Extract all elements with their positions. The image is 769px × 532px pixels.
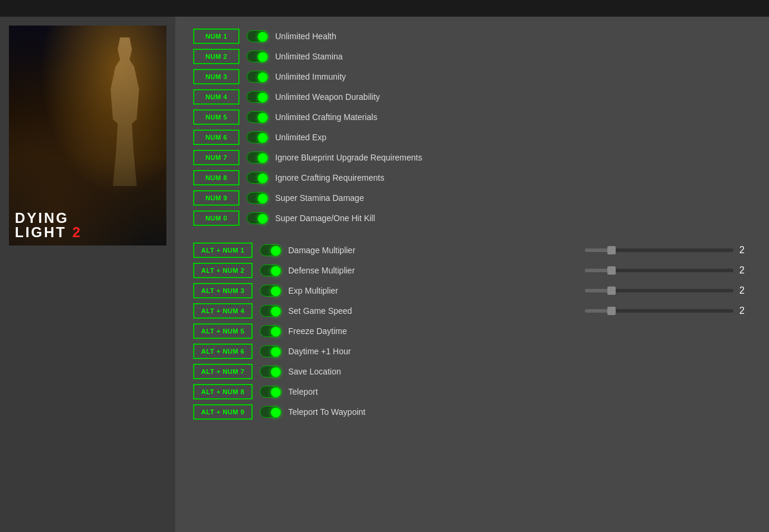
key-badge-num5[interactable]: NUM 5 <box>193 109 239 125</box>
toggle-switch-num9[interactable] <box>247 192 268 204</box>
cheat-label-alt6: Daytime +1 Hour <box>288 347 751 356</box>
cheat-label-alt8: Teleport <box>288 387 751 396</box>
cheat-row-alt-5: ALT + NUM 5 Freeze Daytime <box>193 323 751 339</box>
cheat-row-alt-3: ALT + NUM 3 Exp Multiplier 2 <box>193 283 751 298</box>
toggle-switch-num5[interactable] <box>247 111 268 123</box>
slider-container-alt1: 2 <box>585 245 751 256</box>
key-badge-num3[interactable]: NUM 3 <box>193 69 239 84</box>
cheat-row-basic-1: NUM 1 Unlimited Health <box>193 29 751 44</box>
key-badge-alt7[interactable]: ALT + NUM 7 <box>193 364 253 379</box>
slider-container-alt4: 2 <box>585 306 751 316</box>
slider-track-alt4[interactable] <box>585 309 733 313</box>
toggle-switch-num10[interactable] <box>247 212 268 224</box>
toggle-switch-num1[interactable] <box>247 30 268 42</box>
key-badge-num7[interactable]: NUM 7 <box>193 150 239 165</box>
toggle-switch-num3[interactable] <box>247 71 268 83</box>
cheat-label-num2: Unlimited Stamina <box>275 52 751 61</box>
cheat-label-alt3: Exp Multiplier <box>288 286 580 295</box>
right-panel: NUM 1 Unlimited Health NUM 2 Unlimited S… <box>175 17 769 532</box>
cheat-label-num9: Super Stamina Damage <box>275 193 751 203</box>
toggle-switch-alt8[interactable] <box>260 386 281 398</box>
toggle-switch-alt9[interactable] <box>260 406 281 418</box>
toggle-switch-alt5[interactable] <box>260 325 281 337</box>
cheat-row-alt-7: ALT + NUM 7 Save Location <box>193 364 751 379</box>
slider-track-alt3[interactable] <box>585 289 733 292</box>
slider-container-alt3: 2 <box>585 285 751 296</box>
cheat-row-alt-8: ALT + NUM 8 Teleport <box>193 384 751 399</box>
cheat-row-basic-6: NUM 6 Unlimited Exp <box>193 130 751 145</box>
toggle-switch-alt1[interactable] <box>260 244 281 256</box>
cheat-label-alt4: Set Game Speed <box>288 306 580 316</box>
toggle-switch-num2[interactable] <box>247 51 268 62</box>
key-badge-alt8[interactable]: ALT + NUM 8 <box>193 384 253 399</box>
toggle-switch-alt3[interactable] <box>260 285 281 297</box>
key-badge-alt5[interactable]: ALT + NUM 5 <box>193 323 253 339</box>
key-badge-alt2[interactable]: ALT + NUM 2 <box>193 263 253 278</box>
slider-value-alt1: 2 <box>739 245 751 256</box>
cheat-label-alt9: Teleport To Waypoint <box>288 407 751 417</box>
key-badge-num9[interactable]: NUM 9 <box>193 190 239 206</box>
left-panel: DYING LIGHT 2 <box>0 17 175 532</box>
cheat-row-basic-7: NUM 7 Ignore Blueprint Upgrade Requireme… <box>193 150 751 165</box>
cheat-label-alt1: Damage Multiplier <box>288 245 580 255</box>
toggle-switch-alt4[interactable] <box>260 305 281 317</box>
key-badge-alt6[interactable]: ALT + NUM 6 <box>193 344 253 359</box>
cheat-row-basic-9: NUM 9 Super Stamina Damage <box>193 190 751 206</box>
cheat-row-basic-8: NUM 8 Ignore Crafting Requirements <box>193 170 751 185</box>
toggle-switch-alt7[interactable] <box>260 366 281 377</box>
cheat-row-alt-2: ALT + NUM 2 Defense Multiplier 2 <box>193 263 751 278</box>
cheat-label-num8: Ignore Crafting Requirements <box>275 173 751 182</box>
cheat-label-num10: Super Damage/One Hit Kill <box>275 213 751 223</box>
cheat-label-num1: Unlimited Health <box>275 32 751 41</box>
cheat-row-alt-6: ALT + NUM 6 Daytime +1 Hour <box>193 344 751 359</box>
key-badge-num8[interactable]: NUM 8 <box>193 170 239 185</box>
key-badge-num10[interactable]: NUM 0 <box>193 210 239 226</box>
cheat-label-alt5: Freeze Daytime <box>288 326 751 336</box>
cheat-row-basic-3: NUM 3 Unlimited Immunity <box>193 69 751 84</box>
key-badge-alt1[interactable]: ALT + NUM 1 <box>193 243 253 258</box>
cheat-row-alt-9: ALT + NUM 9 Teleport To Waypoint <box>193 404 751 420</box>
trainer-label <box>0 245 175 260</box>
cheats-container: NUM 1 Unlimited Health NUM 2 Unlimited S… <box>193 29 751 420</box>
main-content: DYING LIGHT 2 NUM 1 Unlimited Health NUM… <box>0 17 769 532</box>
key-badge-num1[interactable]: NUM 1 <box>193 29 239 44</box>
slider-value-alt4: 2 <box>739 306 751 316</box>
slider-value-alt3: 2 <box>739 285 751 296</box>
cheat-label-num3: Unlimited Immunity <box>275 72 751 81</box>
cheat-row-basic-2: NUM 2 Unlimited Stamina <box>193 49 751 64</box>
toggle-switch-num7[interactable] <box>247 152 268 163</box>
slider-track-alt2[interactable] <box>585 269 733 272</box>
toggle-switch-num6[interactable] <box>247 131 268 143</box>
cheat-label-num4: Unlimited Weapon Durability <box>275 92 751 102</box>
cheat-label-num5: Unlimited Crafting Materials <box>275 112 751 122</box>
top-bar <box>0 0 769 17</box>
key-badge-alt3[interactable]: ALT + NUM 3 <box>193 283 253 298</box>
toggle-switch-num8[interactable] <box>247 172 268 184</box>
toggle-switch-num4[interactable] <box>247 91 268 103</box>
cheat-label-num6: Unlimited Exp <box>275 133 751 142</box>
cheat-row-basic-5: NUM 5 Unlimited Crafting Materials <box>193 109 751 125</box>
slider-value-alt2: 2 <box>739 265 751 276</box>
cheat-label-num7: Ignore Blueprint Upgrade Requirements <box>275 153 751 162</box>
key-badge-num2[interactable]: NUM 2 <box>193 49 239 64</box>
close-button[interactable] <box>750 1 764 15</box>
cheat-label-alt2: Defense Multiplier <box>288 266 580 275</box>
toggle-switch-alt2[interactable] <box>260 265 281 276</box>
key-badge-num4[interactable]: NUM 4 <box>193 89 239 105</box>
cheat-row-basic-10: NUM 0 Super Damage/One Hit Kill <box>193 210 751 226</box>
cheat-row-basic-4: NUM 4 Unlimited Weapon Durability <box>193 89 751 105</box>
toggle-switch-alt6[interactable] <box>260 345 281 357</box>
key-badge-num6[interactable]: NUM 6 <box>193 130 239 145</box>
slider-container-alt2: 2 <box>585 265 751 276</box>
cheat-label-alt7: Save Location <box>288 367 751 376</box>
slider-track-alt1[interactable] <box>585 248 733 252</box>
key-badge-alt9[interactable]: ALT + NUM 9 <box>193 404 253 420</box>
cheat-row-alt-4: ALT + NUM 4 Set Game Speed 2 <box>193 303 751 319</box>
key-badge-alt4[interactable]: ALT + NUM 4 <box>193 303 253 319</box>
cheat-row-alt-1: ALT + NUM 1 Damage Multiplier 2 <box>193 243 751 258</box>
game-cover: DYING LIGHT 2 <box>9 26 166 245</box>
